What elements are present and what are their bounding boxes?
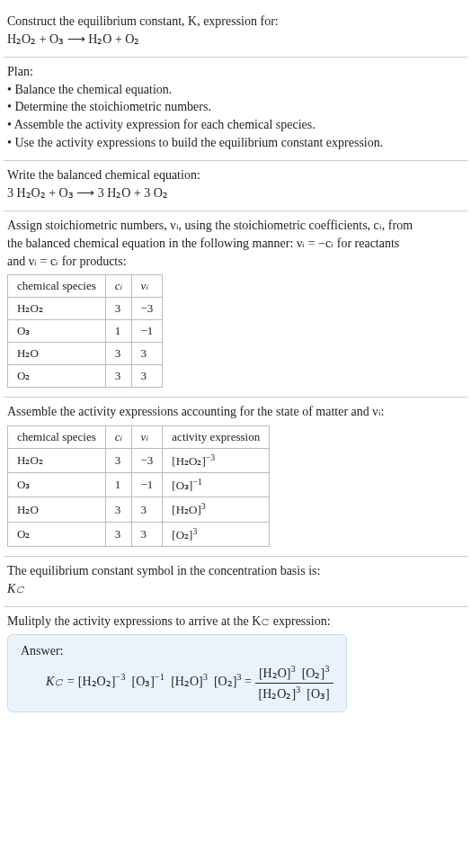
stoich-intro-2: the balanced chemical equation in the fo… bbox=[7, 235, 464, 253]
plan-bullet-2: • Determine the stoichiometric numbers. bbox=[7, 98, 464, 116]
col-nui: νᵢ bbox=[131, 425, 163, 448]
cell-species: O₃ bbox=[8, 473, 106, 497]
fraction: [H₂O]3 [O₂]3 [H₂O₂]3 [O₃] bbox=[255, 663, 333, 702]
den2-base: [O₃] bbox=[307, 686, 329, 700]
term3-base: [H₂O] bbox=[171, 675, 203, 688]
cell-nui: −3 bbox=[131, 448, 163, 472]
plan-bullet-1: • Balance the chemical equation. bbox=[7, 81, 464, 99]
table-row: H₂O₂ 3 −3 [H₂O₂]−3 bbox=[8, 448, 270, 472]
cell-nui: −1 bbox=[131, 473, 163, 497]
cell-ci: 3 bbox=[105, 448, 131, 472]
cell-ci: 3 bbox=[105, 365, 131, 388]
cell-nui: −3 bbox=[131, 298, 163, 320]
table-header-row: chemical species cᵢ νᵢ bbox=[8, 275, 163, 298]
den1-exp: 3 bbox=[296, 685, 300, 694]
col-ci: cᵢ bbox=[105, 425, 131, 448]
prompt-text: Construct the equilibrium constant, K, e… bbox=[7, 13, 464, 31]
num1-base: [H₂O] bbox=[259, 667, 291, 680]
term4-exp: 3 bbox=[236, 673, 241, 683]
col-species: chemical species bbox=[8, 425, 106, 448]
cell-activity: [O₂]3 bbox=[163, 522, 270, 546]
act-exp: 3 bbox=[192, 526, 197, 536]
plan-bullet-4: • Use the activity expressions to build … bbox=[7, 134, 464, 152]
table-row: H₂O₂ 3 −3 bbox=[8, 298, 163, 320]
cell-nui: 3 bbox=[131, 522, 163, 546]
section-stoich: Assign stoichiometric numbers, νᵢ, using… bbox=[4, 211, 467, 398]
cell-ci: 3 bbox=[105, 298, 131, 320]
section-symbol: The equilibrium constant symbol in the c… bbox=[4, 557, 467, 607]
act-base: [O₂] bbox=[172, 528, 192, 541]
term2-exp: −1 bbox=[155, 673, 164, 683]
section-prompt: Construct the equilibrium constant, K, e… bbox=[4, 7, 467, 58]
col-species: chemical species bbox=[8, 275, 106, 298]
cell-species: H₂O₂ bbox=[8, 448, 106, 472]
balanced-label: Write the balanced chemical equation: bbox=[7, 166, 464, 184]
answer-box: Answer: K𝚌 = [H₂O₂]−3 [O₃]−1 [H₂O]3 [O₂]… bbox=[7, 634, 347, 712]
answer-expression: K𝚌 = [H₂O₂]−3 [O₃]−1 [H₂O]3 [O₂]3 = [H₂O… bbox=[21, 663, 333, 702]
table-row: O₂ 3 3 [O₂]3 bbox=[8, 522, 270, 546]
table-row: H₂O 3 3 [H₂O]3 bbox=[8, 497, 270, 522]
table-header-row: chemical species cᵢ νᵢ activity expressi… bbox=[8, 425, 270, 448]
cell-activity: [H₂O]3 bbox=[163, 497, 270, 522]
cell-ci: 1 bbox=[105, 473, 131, 497]
act-base: [H₂O₂] bbox=[172, 454, 205, 468]
balanced-equation: 3 H₂O₂ + O₃ ⟶ 3 H₂O + 3 O₂ bbox=[7, 184, 464, 202]
cell-ci: 3 bbox=[105, 343, 131, 365]
activity-table: chemical species cᵢ νᵢ activity expressi… bbox=[7, 425, 270, 547]
cell-nui: 3 bbox=[131, 497, 163, 522]
num2-base: [O₂] bbox=[302, 667, 324, 680]
unbalanced-equation: H₂O₂ + O₃ ⟶ H₂O + O₂ bbox=[7, 31, 464, 49]
table-row: O₃ 1 −1 [O₃]−1 bbox=[8, 473, 270, 497]
cell-nui: 3 bbox=[131, 365, 163, 388]
cell-ci: 3 bbox=[105, 497, 131, 522]
cell-activity: [O₃]−1 bbox=[163, 473, 270, 497]
fraction-denominator: [H₂O₂]3 [O₃] bbox=[255, 684, 333, 702]
plan-bullet-3: • Assemble the activity expression for e… bbox=[7, 116, 464, 134]
cell-ci: 3 bbox=[105, 522, 131, 546]
term1-exp: −3 bbox=[115, 673, 125, 683]
num1-exp: 3 bbox=[290, 664, 295, 674]
stoich-table: chemical species cᵢ νᵢ H₂O₂ 3 −3 O₃ 1 −1… bbox=[7, 274, 163, 388]
act-exp: 3 bbox=[201, 501, 206, 511]
fraction-numerator: [H₂O]3 [O₂]3 bbox=[255, 663, 333, 683]
section-activity: Assemble the activity expressions accoun… bbox=[4, 398, 467, 557]
term3-exp: 3 bbox=[203, 673, 208, 683]
act-exp: −3 bbox=[206, 452, 215, 462]
table-row: O₃ 1 −1 bbox=[8, 320, 163, 343]
plan-title: Plan: bbox=[7, 63, 464, 81]
activity-intro: Assemble the activity expressions accoun… bbox=[7, 403, 464, 421]
cell-species: H₂O₂ bbox=[8, 298, 106, 320]
act-base: [O₃] bbox=[172, 479, 192, 492]
term1-base: [H₂O₂] bbox=[78, 675, 116, 688]
cell-species: H₂O bbox=[8, 497, 106, 522]
section-balanced: Write the balanced chemical equation: 3 … bbox=[4, 161, 467, 211]
cell-ci: 1 bbox=[105, 320, 131, 343]
table-row: O₂ 3 3 bbox=[8, 365, 163, 388]
act-base: [H₂O] bbox=[172, 504, 200, 517]
kc-lhs: K𝚌 = bbox=[46, 675, 78, 688]
stoich-intro-3: and νᵢ = cᵢ for products: bbox=[7, 253, 464, 271]
section-answer: Mulitply the activity expressions to arr… bbox=[4, 607, 467, 721]
stoich-intro-1: Assign stoichiometric numbers, νᵢ, using… bbox=[7, 217, 464, 235]
col-nui: νᵢ bbox=[131, 275, 163, 298]
den1-base: [H₂O₂] bbox=[259, 686, 297, 700]
term4-base: [O₂] bbox=[214, 675, 236, 688]
section-plan: Plan: • Balance the chemical equation. •… bbox=[4, 58, 467, 161]
cell-nui: 3 bbox=[131, 343, 163, 365]
symbol-kc: K𝚌 bbox=[7, 580, 464, 598]
col-activity: activity expression bbox=[163, 425, 270, 448]
table-row: H₂O 3 3 bbox=[8, 343, 163, 365]
cell-species: H₂O bbox=[8, 343, 106, 365]
cell-species: O₂ bbox=[8, 522, 106, 546]
symbol-label: The equilibrium constant symbol in the c… bbox=[7, 562, 464, 580]
equals: = bbox=[244, 675, 254, 688]
answer-intro: Mulitply the activity expressions to arr… bbox=[7, 613, 464, 631]
act-exp: −1 bbox=[192, 477, 201, 487]
answer-label: Answer: bbox=[21, 642, 333, 660]
prompt-label: Construct the equilibrium constant, K, e… bbox=[7, 14, 279, 28]
cell-species: O₂ bbox=[8, 365, 106, 388]
cell-activity: [H₂O₂]−3 bbox=[163, 448, 270, 472]
num2-exp: 3 bbox=[324, 664, 329, 674]
cell-nui: −1 bbox=[131, 320, 163, 343]
term2-base: [O₃] bbox=[132, 675, 155, 688]
